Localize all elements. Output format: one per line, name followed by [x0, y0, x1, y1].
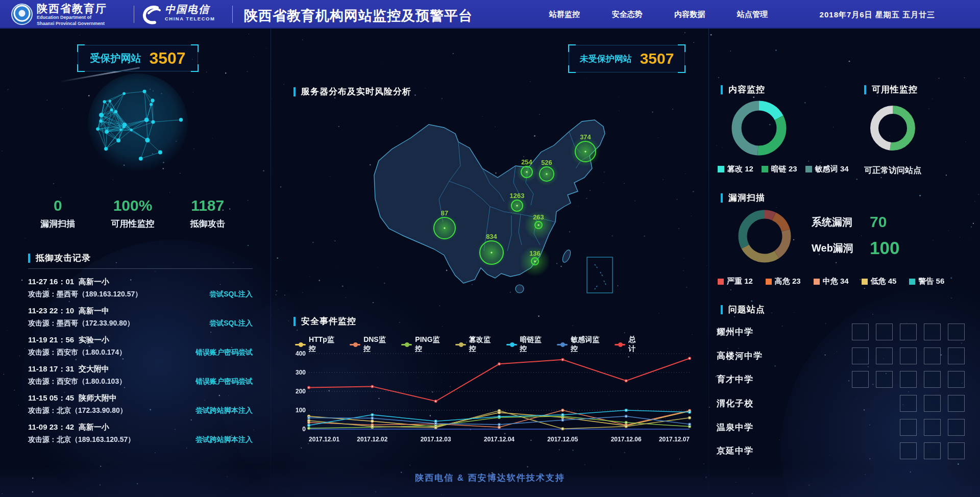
- protected-sites-counter: 受保护网站 3507: [78, 45, 198, 71]
- attack-time: 11-15 05：45: [28, 393, 74, 403]
- education-department-seal-icon: [11, 4, 33, 25]
- site-badges: [852, 324, 965, 340]
- legend-item: 警告 56: [909, 277, 944, 286]
- site-badges: [852, 371, 965, 388]
- legend-swatch-icon: [805, 166, 812, 172]
- vuln-scan-legend: 严重 12 高危 23 中危 34 低危 45 警告 56: [718, 277, 944, 286]
- site-badges: [852, 347, 965, 364]
- section-accent-bar: [721, 85, 723, 94]
- availability-monitor-title: 可用性监控: [872, 84, 918, 95]
- issue-count-badge: [924, 324, 941, 340]
- legend-label: 篡改 12: [727, 164, 753, 174]
- legend-label-text: 严重: [727, 277, 742, 285]
- attack-record: 11-23 22：10 高新一中 攻击源：墨西哥（172.33.90.80） 尝…: [28, 306, 253, 335]
- attack-source: 攻击源：北京（189.163.120.57）: [28, 435, 135, 444]
- issue-count-badge: [924, 419, 941, 436]
- legend-label-value: 12: [744, 277, 753, 285]
- legend-dot-icon: [459, 342, 463, 347]
- svg-text:136: 136: [529, 250, 541, 257]
- legend-item: 暗链 23: [762, 164, 797, 174]
- problem-site-row: 京延中学: [717, 439, 965, 463]
- protected-sites-value: 3507: [149, 49, 185, 68]
- site-name: 育才中学: [717, 374, 753, 385]
- legend-label: 警告 56: [918, 277, 944, 286]
- hainan-island: [516, 285, 524, 293]
- vuln-scan-title: 漏洞扫描: [728, 192, 765, 204]
- legend-label-text: 警告: [918, 277, 934, 285]
- section-accent-bar: [721, 305, 723, 314]
- legend-line-marker-icon: [455, 344, 466, 345]
- nav-item[interactable]: 内容数据: [672, 7, 707, 22]
- attack-record-head: 11-15 05：45 陕师大附中: [28, 393, 253, 403]
- legend-label-value: 34: [840, 277, 849, 285]
- stat-label: 可用性监控: [95, 218, 170, 230]
- attack-record-head: 11-09 23：42 高新一小: [28, 423, 253, 432]
- issue-count-badge: [948, 347, 965, 364]
- nav-item[interactable]: 站点管理: [735, 7, 770, 22]
- attack-log-title: 抵御攻击记录: [36, 252, 91, 264]
- attack-record-detail: 攻击源：北京（189.163.120.57） 尝试跨站脚本注入: [28, 435, 253, 444]
- vuln-scan-header: 漏洞扫描: [721, 192, 765, 204]
- issue-count-badge: [876, 371, 893, 388]
- vuln-stats: 系统漏洞 70 Web漏洞 100: [812, 213, 899, 265]
- telecom-subtitle: CHINA TELECOM: [165, 16, 215, 21]
- attack-time: 11-09 23：42: [28, 423, 74, 432]
- attack-site: 高新一小: [79, 423, 109, 432]
- nav-item[interactable]: 安全态势: [610, 7, 645, 22]
- legend-label-value: 12: [745, 164, 753, 173]
- site-badges: [852, 419, 965, 436]
- issue-count-badge: [852, 371, 869, 388]
- issue-count-badge: [900, 442, 917, 459]
- legend-swatch-icon: [718, 166, 724, 172]
- attack-record-detail: 攻击源：西安市（1.80.0.103） 错误账户密码尝试: [28, 377, 253, 386]
- attack-record-detail: 攻击源：北京（172.33.90.80） 尝试跨站脚本注入: [28, 406, 253, 415]
- stat-item: 0 漏洞扫描: [20, 197, 95, 230]
- footer-credit: 陕西电信 & 西安博达软件技术支持: [0, 472, 980, 484]
- attack-site: 交大附中: [79, 364, 109, 374]
- stat-value: 100%: [95, 197, 170, 214]
- legend-label-value: 23: [792, 277, 801, 285]
- legend-line-marker-icon: [401, 344, 412, 345]
- security-events-line-chart: 01002003004002017.12.012017.12.022017.12…: [293, 349, 697, 445]
- issue-count-badge: [948, 442, 965, 459]
- legend-swatch-icon: [909, 279, 915, 285]
- attack-type: 尝试SQL注入: [209, 290, 253, 299]
- legend-swatch-icon: [814, 279, 820, 285]
- events-section-title: 安全事件监控: [301, 315, 356, 327]
- system-vuln-label: 系统漏洞: [812, 215, 859, 229]
- attack-type: 错误账户密码尝试: [195, 377, 253, 386]
- org-name: 陕西省教育厅: [37, 3, 107, 14]
- right-panel: 内容监控 可用性监控 篡改 12 暗链 23 敏感词 34 可正常访问站点 漏洞: [709, 29, 980, 497]
- issue-count-badge: [852, 324, 869, 340]
- map-section-header: 服务器分布及实时风险分析: [293, 86, 411, 97]
- center-panel: 未受保护网站 3507 服务器分布及实时风险分析: [271, 29, 709, 497]
- attack-record-detail: 攻击源：墨西哥（189.163.120.57） 尝试SQL注入: [28, 290, 253, 299]
- left-panel: 受保护网站 3507 0 漏洞扫描 100% 可用性监控: [0, 29, 271, 497]
- issue-count-badge: [948, 395, 965, 412]
- issue-count-badge: [924, 442, 941, 459]
- section-accent-bar: [28, 254, 30, 263]
- stat-label: 漏洞扫描: [20, 218, 95, 230]
- attack-site: 高新一中: [79, 306, 109, 316]
- site-name: 耀州中学: [717, 326, 753, 338]
- svg-text:2017.12.06: 2017.12.06: [611, 436, 642, 443]
- footer-bar: 陕西电信 & 西安博达软件技术支持: [0, 464, 980, 497]
- attack-time: 11-27 16：01: [28, 277, 74, 287]
- issue-count-badge: [900, 371, 917, 388]
- attack-record: 11-15 05：45 陕师大附中 攻击源：北京（172.33.90.80） 尝…: [28, 393, 253, 423]
- legend-label-text: 篡改: [727, 164, 743, 173]
- legend-line-marker-icon: [615, 344, 625, 345]
- events-section-header: 安全事件监控: [293, 315, 356, 327]
- stat-item: 1187 抵御攻击: [170, 197, 245, 230]
- svg-text:263: 263: [533, 213, 544, 221]
- legend-item: 敏感词 34: [805, 164, 849, 174]
- svg-text:2017.12.04: 2017.12.04: [484, 436, 514, 443]
- nav-item[interactable]: 站群监控: [547, 7, 582, 22]
- issue-count-badge: [948, 324, 965, 340]
- vuln-stat-row: 系统漏洞 70: [812, 213, 899, 231]
- attack-record-head: 11-18 17：31 交大附中: [28, 364, 253, 374]
- content-monitor-donut-chart: [731, 100, 787, 156]
- issue-count-badge: [924, 395, 941, 412]
- issue-count-badge: [924, 371, 941, 388]
- legend-item: 篡改 12: [718, 164, 753, 174]
